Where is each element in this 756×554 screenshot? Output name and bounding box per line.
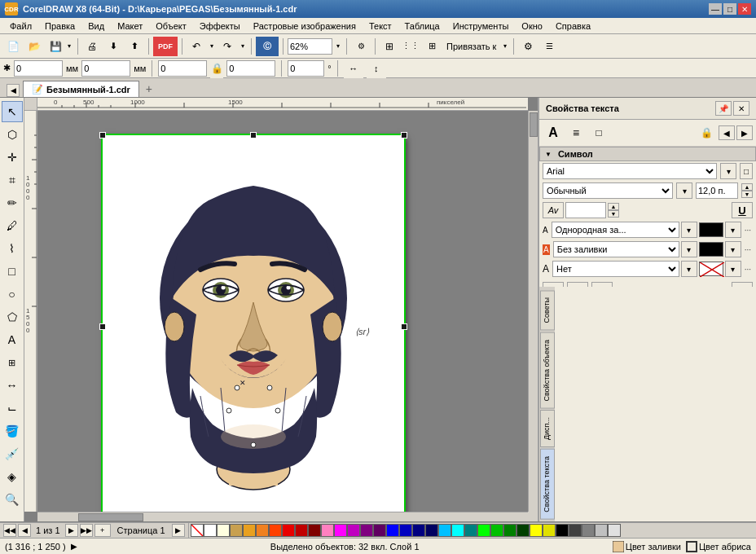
fill3-color-dropdown[interactable]: ▾: [725, 261, 741, 277]
kern-down[interactable]: ▼: [608, 210, 619, 218]
para-icon[interactable]: ≡: [565, 123, 587, 143]
color-c14[interactable]: [399, 524, 412, 537]
ab-caps-btn[interactable]: AB: [732, 282, 753, 287]
kern-up[interactable]: ▲: [608, 203, 619, 210]
lock-proportions[interactable]: 🔒: [210, 59, 223, 78]
menu-table[interactable]: Таблица: [398, 20, 446, 33]
menu-tools[interactable]: Инструменты: [446, 20, 516, 33]
w-input[interactable]: [158, 60, 207, 77]
fill-color2[interactable]: [699, 242, 723, 257]
color-c1[interactable]: [230, 524, 243, 537]
x-coord-input[interactable]: [14, 60, 63, 77]
tab-scroll-left[interactable]: ◀: [7, 84, 20, 97]
font-style-dropdown[interactable]: ▾: [676, 182, 692, 199]
save-dropdown[interactable]: ▾: [65, 37, 73, 56]
prev-page[interactable]: ◀: [18, 524, 31, 537]
color-c4[interactable]: [269, 524, 282, 537]
menu-effects[interactable]: Эффекты: [193, 20, 247, 33]
av-button[interactable]: Av: [543, 202, 564, 218]
minimize-button[interactable]: —: [709, 3, 722, 15]
color-c22[interactable]: [503, 524, 516, 537]
vtab-disp[interactable]: Дисп...: [540, 410, 555, 447]
fill3-dropdown[interactable]: ▾: [681, 261, 697, 277]
zoom-tool[interactable]: 🔍: [2, 489, 23, 510]
underline-button[interactable]: U: [732, 202, 753, 218]
color-white[interactable]: [204, 524, 217, 537]
color-c7[interactable]: [308, 524, 321, 537]
smear-tool[interactable]: ✛: [2, 147, 23, 168]
zoom-dropdown[interactable]: ▾: [334, 37, 342, 56]
maximize-button[interactable]: □: [723, 3, 736, 15]
fill1-more[interactable]: ···: [743, 226, 753, 235]
color-c5[interactable]: [282, 524, 295, 537]
first-page[interactable]: ◀◀: [3, 524, 16, 537]
vtab-properties[interactable]: Свойства объекта: [540, 332, 555, 409]
color-gray60[interactable]: [582, 524, 595, 537]
select-tool[interactable]: ↖: [2, 101, 23, 122]
save-button[interactable]: 💾: [46, 37, 65, 56]
canvas-scroll[interactable]: ✕ ⟨sr⟩: [37, 111, 528, 512]
grid-btn2[interactable]: ⋮⋮: [401, 37, 420, 56]
symbol-header[interactable]: ▼ Символ: [539, 147, 756, 161]
color-c8[interactable]: [321, 524, 334, 537]
color-c19[interactable]: [464, 524, 477, 537]
snap-settings[interactable]: ⚙: [351, 37, 371, 56]
angle-input[interactable]: [288, 60, 324, 77]
color-c16[interactable]: [425, 524, 438, 537]
mirror-h[interactable]: ↔: [344, 59, 363, 78]
no-color-swatch[interactable]: [191, 524, 204, 537]
corel-btn[interactable]: Ⓒ: [256, 37, 279, 56]
color-c6[interactable]: [295, 524, 308, 537]
redo-dropdown[interactable]: ▾: [239, 37, 247, 56]
color-c11[interactable]: [360, 524, 373, 537]
scroll-thumb-v[interactable]: [530, 112, 538, 137]
mirror-v[interactable]: ↕: [367, 59, 386, 78]
color-c12[interactable]: [373, 524, 386, 537]
redo-button[interactable]: ↷: [218, 37, 237, 56]
font-size-up[interactable]: ▲: [741, 183, 753, 191]
color-c3[interactable]: [256, 524, 269, 537]
import-button[interactable]: ⬇: [103, 37, 123, 56]
rp-arrow-left[interactable]: ◀: [719, 125, 735, 140]
rp-arrow-right[interactable]: ▶: [736, 125, 753, 140]
shape-tool[interactable]: ⬡: [2, 124, 23, 145]
color-c18[interactable]: [451, 524, 464, 537]
polygon-tool[interactable]: ⬠: [2, 306, 23, 328]
fill2-more[interactable]: ···: [743, 245, 753, 254]
x2-sup-btn[interactable]: X²: [567, 282, 588, 287]
color-c10[interactable]: [347, 524, 360, 537]
font-family-select[interactable]: Arial: [543, 163, 717, 179]
text-tool[interactable]: A: [2, 329, 23, 350]
menu-object[interactable]: Объект: [149, 20, 192, 33]
export-button[interactable]: ⬆: [125, 37, 144, 56]
fill-tool[interactable]: 🪣: [2, 420, 23, 442]
vtab-советы[interactable]: Советы: [540, 290, 555, 330]
fill-type2-select[interactable]: Без заливки: [553, 241, 679, 257]
menu-text[interactable]: Текст: [363, 20, 398, 33]
color-c20[interactable]: [477, 524, 490, 537]
customise-button[interactable]: ☰: [539, 37, 559, 56]
kern-input[interactable]: [565, 202, 606, 218]
snap-dropdown[interactable]: ▾: [501, 37, 509, 56]
connector-tool[interactable]: ⌙: [2, 398, 23, 419]
lock-icon-rp[interactable]: 🔒: [696, 123, 717, 143]
color-c24[interactable]: [530, 524, 543, 537]
frame-icon[interactable]: □: [588, 123, 609, 143]
rp-pin[interactable]: 📌: [715, 101, 732, 116]
color-c21[interactable]: [490, 524, 503, 537]
h-input[interactable]: [226, 60, 275, 77]
grid-btn3[interactable]: ⊞: [422, 37, 442, 56]
scroll-thumb-h[interactable]: [78, 513, 143, 521]
table-tool[interactable]: ⊞: [2, 352, 23, 373]
color-gray80[interactable]: [569, 524, 582, 537]
freehand-tool[interactable]: ✏: [2, 192, 23, 213]
add-page[interactable]: +: [94, 524, 111, 537]
next-page[interactable]: ▶: [65, 524, 78, 537]
page-scroll[interactable]: ▶: [172, 524, 185, 537]
arrow-pointer[interactable]: ▶: [71, 542, 77, 551]
rp-close[interactable]: ✕: [733, 101, 749, 116]
color-lightyellow[interactable]: [217, 524, 230, 537]
menu-file[interactable]: Файл: [3, 20, 38, 33]
interactive-fill[interactable]: ◈: [2, 466, 23, 487]
menu-layout[interactable]: Макет: [111, 20, 149, 33]
